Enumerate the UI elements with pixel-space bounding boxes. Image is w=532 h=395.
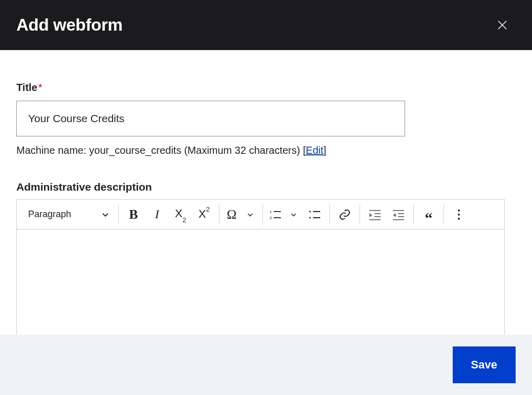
- toolbar-separator: [329, 204, 330, 225]
- chevron-down-icon: [291, 212, 297, 218]
- kebab-icon: [454, 208, 464, 221]
- svg-text:1: 1: [270, 210, 272, 214]
- save-button[interactable]: Save: [453, 346, 516, 383]
- italic-button[interactable]: I: [145, 204, 169, 225]
- more-options-button[interactable]: [447, 204, 471, 225]
- close-button[interactable]: [496, 19, 508, 31]
- editor-content-area[interactable]: [17, 229, 504, 335]
- indent-decrease-button[interactable]: [387, 204, 410, 225]
- link-icon: [339, 208, 351, 221]
- dialog-body[interactable]: Title* Machine name: your_course_credits…: [0, 50, 532, 335]
- title-input[interactable]: [16, 101, 405, 136]
- subscript-icon: X2: [175, 207, 186, 221]
- special-char-dropdown[interactable]: [241, 204, 259, 225]
- toolbar-separator: [360, 204, 360, 225]
- title-label: Title*: [16, 82, 516, 94]
- svg-point-7: [309, 217, 311, 218]
- svg-marker-14: [369, 213, 372, 217]
- subscript-button[interactable]: X2: [169, 204, 192, 225]
- bulleted-list-icon: [308, 208, 321, 221]
- machine-name-edit-link[interactable]: Edit: [306, 145, 323, 156]
- special-char-button[interactable]: Ω: [223, 204, 241, 225]
- toolbar-separator: [219, 204, 219, 225]
- svg-point-6: [309, 211, 311, 212]
- machine-name-suffix: (Maximum 32 characters): [181, 145, 303, 156]
- svg-point-20: [458, 210, 460, 212]
- chevron-down-icon: [247, 212, 253, 218]
- toolbar-separator: [262, 204, 263, 225]
- svg-text:2: 2: [270, 216, 272, 220]
- title-label-text: Title: [16, 82, 37, 93]
- editor-toolbar: Paragraph B I X2 X2 Ω: [17, 200, 504, 229]
- blockquote-button[interactable]: “: [417, 204, 440, 225]
- numbered-list-dropdown[interactable]: [284, 204, 303, 225]
- omega-icon: Ω: [227, 207, 236, 222]
- superscript-icon: X2: [198, 207, 210, 221]
- heading-dropdown[interactable]: Paragraph: [20, 204, 115, 225]
- toolbar-separator: [118, 204, 119, 225]
- bold-icon: B: [129, 207, 138, 222]
- superscript-button[interactable]: X2: [192, 204, 216, 225]
- svg-point-22: [458, 218, 460, 220]
- indent-increase-button[interactable]: [363, 204, 387, 225]
- dialog-title: Add webform: [16, 15, 123, 35]
- bold-button[interactable]: B: [122, 204, 145, 225]
- indent-decrease-icon: [392, 208, 405, 221]
- rich-text-editor: Paragraph B I X2 X2 Ω: [16, 199, 505, 335]
- required-mark: *: [38, 82, 42, 93]
- dialog-header: Add webform: [0, 0, 532, 50]
- dialog-footer: Save: [0, 335, 532, 395]
- italic-icon: I: [155, 207, 159, 221]
- numbered-list-button[interactable]: 1 2: [266, 204, 284, 225]
- toolbar-separator: [413, 204, 414, 225]
- indent-increase-icon: [368, 208, 382, 221]
- toolbar-separator: [444, 204, 444, 225]
- admin-description-label: Administrative description: [16, 181, 516, 193]
- machine-name-prefix: Machine name:: [16, 145, 89, 156]
- quote-icon: “: [425, 208, 433, 220]
- numbered-list-icon: 1 2: [269, 208, 282, 221]
- machine-name-row: Machine name: your_course_credits (Maxim…: [16, 145, 516, 156]
- chevron-down-icon: [102, 211, 109, 218]
- close-icon: [497, 20, 507, 30]
- svg-marker-19: [393, 213, 396, 217]
- machine-name-value: your_course_credits: [89, 145, 181, 156]
- link-button[interactable]: [333, 204, 357, 225]
- svg-point-21: [458, 214, 460, 216]
- heading-dropdown-label: Paragraph: [28, 209, 71, 220]
- bulleted-list-button[interactable]: [303, 204, 326, 225]
